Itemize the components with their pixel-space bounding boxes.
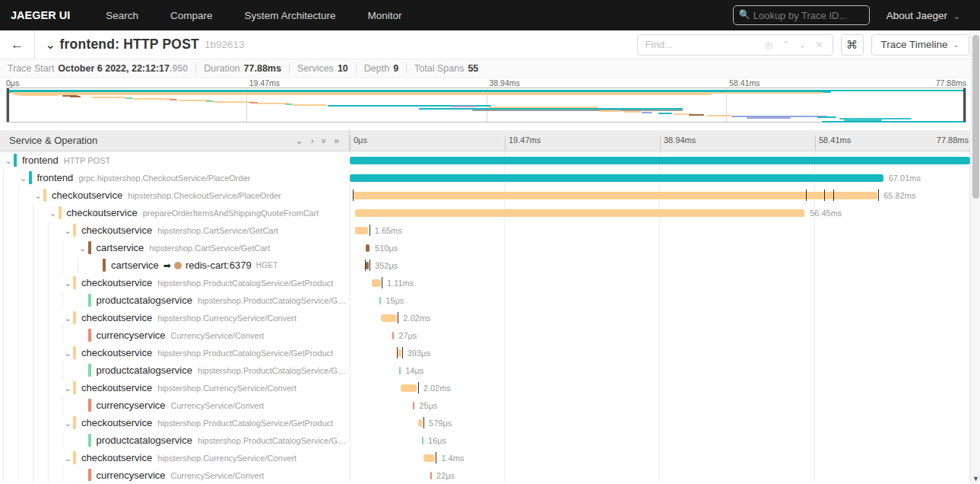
collapse-all-icon[interactable]: »: [319, 134, 329, 147]
scroll-down-arrow-icon[interactable]: ▼: [972, 475, 979, 482]
expand-all-icon[interactable]: »: [330, 135, 343, 146]
span-duration-bar[interactable]: [353, 192, 877, 199]
span-row[interactable]: currencyserviceCurrencyService/Convert22…: [0, 466, 980, 481]
span-duration-bar[interactable]: [392, 332, 394, 339]
span-name-cell[interactable]: ⌄frontendHTTP POST: [0, 151, 350, 169]
span-name-cell[interactable]: ⌄checkoutservicehipstershop.CurrencyServ…: [0, 379, 350, 396]
clear-find-icon[interactable]: ✕: [811, 40, 828, 50]
span-row[interactable]: ⌄checkoutservicehipstershop.ProductCatal…: [0, 274, 980, 291]
span-duration-bar[interactable]: [350, 157, 970, 164]
span-duration-bar[interactable]: [430, 472, 432, 479]
span-row[interactable]: ⌄checkoutservicehipstershop.ProductCatal…: [0, 414, 980, 431]
nav-item-compare[interactable]: Compare: [154, 10, 229, 21]
span-bar-cell[interactable]: 1.65ms: [350, 221, 970, 239]
span-bar-cell[interactable]: 510μs: [350, 239, 970, 256]
span-collapse-chevron-icon[interactable]: ⌄: [62, 279, 73, 287]
span-bar-cell[interactable]: 56.45ms: [350, 204, 970, 221]
span-bar-cell[interactable]: 352μs: [350, 256, 970, 274]
span-duration-bar[interactable]: [399, 367, 401, 374]
span-row[interactable]: ⌄checkoutservicehipstershop.CurrencyServ…: [0, 449, 980, 466]
span-name-cell[interactable]: currencyserviceCurrencyService/Convert: [0, 396, 350, 414]
span-name-cell[interactable]: ⌄checkoutservicehipstershop.CheckoutServ…: [0, 186, 350, 204]
span-collapse-chevron-icon[interactable]: ⌄: [78, 244, 88, 252]
span-bar-cell[interactable]: 27μs: [350, 326, 970, 344]
span-duration-bar[interactable]: [413, 402, 414, 409]
span-row[interactable]: ⌄frontendgrpc.hipstershop.CheckoutServic…: [0, 169, 980, 186]
span-name-cell[interactable]: currencyserviceCurrencyService/Convert: [0, 326, 350, 344]
span-duration-bar[interactable]: [355, 209, 805, 217]
span-duration-bar[interactable]: [350, 174, 883, 182]
span-duration-bar[interactable]: [379, 297, 381, 304]
span-name-cell[interactable]: productcatalogservicehipstershop.Product…: [0, 431, 350, 449]
trace-lookup-input[interactable]: [733, 5, 870, 25]
span-bar-cell[interactable]: 14μs: [350, 361, 970, 379]
span-collapse-chevron-icon[interactable]: ⌄: [62, 454, 73, 462]
span-name-cell[interactable]: ⌄checkoutservicehipstershop.CurrencyServ…: [0, 449, 350, 466]
minimap-range-handle[interactable]: [963, 88, 966, 122]
span-duration-bar[interactable]: [355, 227, 368, 234]
span-name-cell[interactable]: ⌄checkoutserviceprepareOrderItemsAndShip…: [0, 204, 350, 221]
span-bar-cell[interactable]: 393μs: [350, 344, 970, 361]
back-button[interactable]: ←: [0, 30, 35, 59]
span-name-cell[interactable]: ⌄checkoutservicehipstershop.ProductCatal…: [0, 414, 350, 431]
span-name-cell[interactable]: ⌄cartservicehipstershop.CartService/GetC…: [0, 239, 350, 256]
span-row[interactable]: ⌄checkoutservicehipstershop.CurrencyServ…: [0, 379, 980, 396]
span-name-cell[interactable]: cartservice➡redis-cart:6379HGET: [0, 256, 350, 274]
span-row[interactable]: ⌄checkoutservicehipstershop.CurrencyServ…: [0, 309, 980, 326]
span-name-cell[interactable]: currencyserviceCurrencyService/Convert: [0, 466, 350, 481]
scrollbar-thumb[interactable]: [972, 35, 979, 199]
nav-item-search[interactable]: Search: [90, 10, 154, 21]
span-bar-cell[interactable]: 579μs: [350, 414, 970, 431]
span-row[interactable]: ⌄checkoutservicehipstershop.CartService/…: [0, 221, 980, 239]
span-collapse-chevron-icon[interactable]: ⌄: [48, 209, 59, 217]
trace-collapse-toggle[interactable]: ⌄: [46, 38, 56, 52]
span-collapse-chevron-icon[interactable]: ⌄: [62, 314, 73, 322]
span-collapse-chevron-icon[interactable]: ⌄: [62, 349, 73, 357]
span-row[interactable]: productcatalogservicehipstershop.Product…: [0, 291, 980, 309]
span-bar-cell[interactable]: 2.02ms: [350, 379, 970, 396]
span-bar-cell[interactable]: 22μs: [350, 466, 970, 481]
span-duration-bar[interactable]: [366, 244, 369, 252]
span-name-cell[interactable]: productcatalogservicehipstershop.Product…: [0, 291, 350, 309]
span-name-cell[interactable]: ⌄checkoutservicehipstershop.CurrencyServ…: [0, 309, 350, 326]
span-bar-cell[interactable]: 25μs: [350, 396, 970, 414]
find-input[interactable]: [645, 39, 760, 50]
span-row[interactable]: cartservice➡redis-cart:6379HGET352μs: [0, 256, 980, 274]
span-row[interactable]: ⌄frontendHTTP POST: [0, 151, 980, 169]
span-bar-cell[interactable]: 1.11ms: [350, 274, 970, 291]
span-bar-cell[interactable]: 16μs: [350, 431, 970, 449]
minimap-canvas[interactable]: [6, 88, 966, 123]
locate-icon[interactable]: ◎: [760, 40, 777, 50]
span-row[interactable]: productcatalogservicehipstershop.Product…: [0, 431, 980, 449]
span-bar-cell[interactable]: 2.02ms: [350, 309, 970, 326]
span-collapse-chevron-icon[interactable]: ⌄: [33, 192, 43, 199]
span-duration-bar[interactable]: [381, 314, 397, 322]
span-duration-bar[interactable]: [401, 384, 417, 392]
next-match-icon[interactable]: ⌄: [794, 40, 810, 50]
span-name-cell[interactable]: ⌄checkoutservicehipstershop.CartService/…: [0, 221, 350, 239]
span-duration-bar[interactable]: [372, 279, 381, 287]
span-collapse-chevron-icon[interactable]: ⌄: [18, 174, 29, 182]
minimap-range-handle[interactable]: [7, 88, 9, 122]
span-duration-bar[interactable]: [422, 437, 423, 444]
span-duration-bar[interactable]: [366, 262, 369, 269]
span-duration-bar[interactable]: [398, 349, 401, 357]
keyboard-shortcuts-button[interactable]: ⌘: [841, 34, 864, 56]
about-jaeger-menu[interactable]: About Jaeger ⌄: [886, 10, 960, 21]
span-row[interactable]: ⌄checkoutserviceprepareOrderItemsAndShip…: [0, 204, 980, 221]
span-collapse-chevron-icon[interactable]: ⌄: [62, 419, 73, 427]
span-row[interactable]: ⌄checkoutservicehipstershop.ProductCatal…: [0, 344, 980, 361]
vertical-scrollbar[interactable]: ▼: [970, 30, 980, 484]
span-collapse-chevron-icon[interactable]: ⌄: [62, 227, 73, 234]
span-collapse-chevron-icon[interactable]: ⌄: [62, 384, 73, 392]
expand-one-icon[interactable]: ›: [307, 135, 318, 146]
nav-item-system-architecture[interactable]: System Architecture: [228, 10, 351, 21]
span-bar-cell[interactable]: 67.01ms: [350, 169, 970, 186]
span-bar-cell[interactable]: 15μs: [350, 291, 970, 309]
span-row[interactable]: ⌄checkoutservicehipstershop.CheckoutServ…: [0, 186, 980, 204]
prev-match-icon[interactable]: ⌃: [777, 40, 794, 50]
span-bar-cell[interactable]: 1.4ms: [350, 449, 970, 466]
span-duration-bar[interactable]: [423, 454, 435, 462]
span-row[interactable]: ⌄cartservicehipstershop.CartService/GetC…: [0, 239, 980, 256]
nav-item-monitor[interactable]: Monitor: [352, 10, 418, 21]
